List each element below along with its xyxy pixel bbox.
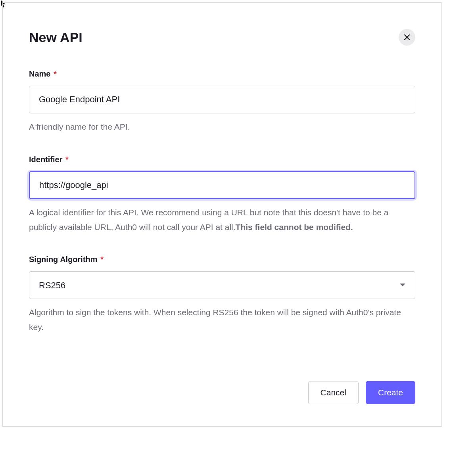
- identifier-input[interactable]: [29, 171, 415, 199]
- signing-algorithm-select[interactable]: RS256: [29, 271, 415, 299]
- dialog-title: New API: [29, 30, 83, 45]
- new-api-dialog: New API Name * A friendly name for the A…: [2, 2, 442, 427]
- signing-algorithm-value: RS256: [39, 280, 65, 290]
- identifier-helper-bold: This field cannot be modified.: [236, 222, 353, 232]
- signing-algorithm-label: Signing Algorithm *: [29, 255, 415, 264]
- cancel-button[interactable]: Cancel: [308, 381, 359, 404]
- required-marker: *: [54, 69, 57, 78]
- name-label: Name *: [29, 69, 415, 79]
- dialog-footer: Cancel Create: [308, 381, 415, 404]
- name-input[interactable]: [29, 86, 415, 113]
- close-button[interactable]: [399, 29, 415, 46]
- signing-algorithm-label-text: Signing Algorithm: [29, 255, 98, 264]
- required-marker: *: [65, 155, 69, 164]
- signing-algorithm-field-group: Signing Algorithm * RS256 Algorithm to s…: [29, 255, 415, 335]
- identifier-field-group: Identifier * A logical identifier for th…: [29, 155, 415, 235]
- create-button[interactable]: Create: [366, 381, 415, 404]
- name-helper-text: A friendly name for the API.: [29, 120, 415, 134]
- identifier-label: Identifier *: [29, 155, 415, 164]
- name-label-text: Name: [29, 69, 50, 78]
- signing-algorithm-select-wrapper: RS256: [29, 271, 415, 299]
- name-field-group: Name * A friendly name for the API.: [29, 69, 415, 134]
- signing-algorithm-helper-text: Algorithm to sign the tokens with. When …: [29, 305, 415, 335]
- required-marker: *: [100, 255, 104, 264]
- identifier-helper-text: A logical identifier for this API. We re…: [29, 205, 415, 235]
- close-icon: [403, 34, 411, 41]
- dialog-header: New API: [29, 29, 415, 46]
- identifier-label-text: Identifier: [29, 155, 62, 164]
